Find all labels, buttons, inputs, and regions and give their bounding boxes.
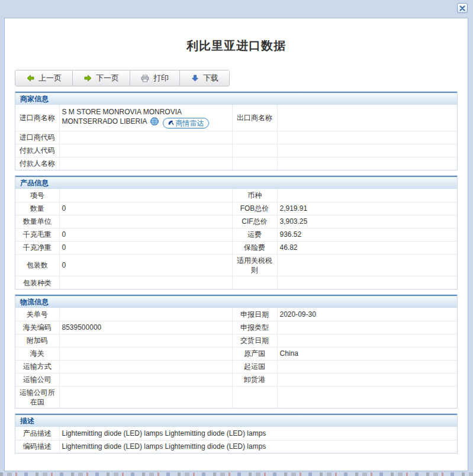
field-label (232, 144, 277, 157)
field-value: 46.82 (277, 241, 457, 254)
field-label: 出口商名称 (232, 105, 277, 131)
business-radar-badge[interactable]: 商情雷达 (163, 118, 209, 128)
background-page-sliver (0, 472, 473, 476)
field-value (277, 105, 457, 131)
field-label: CIF总价 (232, 215, 277, 228)
field-value (277, 144, 457, 157)
table-row: 附加码 交货日期 (15, 334, 457, 347)
field-value (59, 131, 232, 144)
field-label: 运输公司 (15, 373, 59, 386)
table-row: 运输公司所在国 (15, 386, 457, 408)
table-row: 包装种类 (15, 276, 457, 289)
field-label: 海关编码 (15, 321, 59, 334)
field-value (277, 276, 457, 289)
section-description-title: 描述 (15, 414, 457, 427)
field-label: FOB总价 (232, 202, 277, 215)
table-row: 数量单位 CIF总价 3,903.25 (15, 215, 457, 228)
field-label: 产品描述 (15, 427, 59, 440)
field-label: 卸货港 (232, 373, 277, 386)
field-value: 0 (59, 254, 232, 276)
field-label: 付款人名称 (15, 157, 59, 170)
field-label: 运费 (232, 228, 277, 241)
field-label: 申报类型 (232, 321, 277, 334)
field-label (232, 386, 277, 408)
product-table: 项号 币种 数量 0 FOB总价 2,919.91 数量单位 CIF总价 3,9… (15, 189, 457, 289)
field-label (232, 131, 277, 144)
field-value (277, 131, 457, 144)
field-value: 2,919.91 (277, 202, 457, 215)
close-button[interactable] (457, 3, 468, 13)
field-label: 运输方式 (15, 360, 59, 373)
prev-page-label: 上一页 (38, 73, 62, 83)
field-label: 运输公司所在国 (15, 386, 59, 408)
section-description: 描述 产品描述 Lightemitting diode (LED) lamps … (15, 413, 458, 454)
print-button[interactable]: 打印 (130, 70, 180, 86)
field-label: 币种 (232, 189, 277, 202)
field-label: 千克毛重 (15, 228, 59, 241)
table-row: 海关 原产国 China (15, 347, 457, 360)
download-icon (191, 75, 199, 82)
download-button[interactable]: 下载 (180, 70, 229, 86)
business-radar-label: 商情雷达 (176, 118, 204, 128)
table-row: 付款人代码 (15, 144, 457, 157)
field-label (232, 157, 277, 170)
field-value (59, 215, 232, 228)
field-label: 进口商代码 (15, 131, 59, 144)
field-value (59, 189, 232, 202)
field-value (277, 254, 457, 276)
arrow-right-icon (83, 75, 92, 82)
field-label: 申报日期 (232, 308, 277, 321)
merchant-table: 进口商名称 S M STORE MONROVIA MONROVIA MONTSE… (15, 105, 457, 170)
table-row: 千克毛重 0 运费 936.52 (15, 228, 457, 241)
description-table: 产品描述 Lightemitting diode (LED) lamps Lig… (15, 427, 457, 453)
field-value (277, 157, 457, 170)
field-value: Lightemitting diode (LED) lamps Lightemi… (59, 427, 457, 440)
close-icon (459, 3, 465, 14)
field-value: China (277, 347, 457, 360)
table-row: 付款人名称 (15, 157, 457, 170)
field-label: 编码描述 (15, 440, 59, 453)
table-row: 千克净重 0 保险费 46.82 (15, 241, 457, 254)
importer-name-cell: S M STORE MONROVIA MONROVIA MONTSERRADO … (59, 105, 232, 131)
field-value (277, 386, 457, 408)
field-value: 0 (59, 228, 232, 241)
section-merchant-title: 商家信息 (15, 92, 457, 105)
field-label: 起运国 (232, 360, 277, 373)
field-label: 交货日期 (232, 334, 277, 347)
globe-icon[interactable] (150, 117, 159, 128)
field-value (59, 157, 232, 170)
field-value (59, 360, 232, 373)
table-row: 编码描述 Lightemitting diode (LED) lamps Lig… (15, 440, 457, 453)
next-page-button[interactable]: 下一页 (73, 70, 130, 86)
download-label: 下载 (203, 73, 218, 83)
field-label: 附加码 (15, 334, 59, 347)
field-value: 3,903.25 (277, 215, 457, 228)
import-data-dialog: 利比里亚进口数据 上一页 下一页 打印 (4, 18, 468, 471)
field-value: 0 (59, 202, 232, 215)
field-value (59, 276, 232, 289)
field-value: 2020-09-30 (277, 308, 457, 321)
table-row: 运输公司 卸货港 (15, 373, 457, 386)
table-row: 运输方式 起运国 (15, 360, 457, 373)
field-label: 千克净重 (15, 241, 59, 254)
pager-toolbar: 上一页 下一页 打印 下载 (15, 70, 230, 86)
table-row: 产品描述 Lightemitting diode (LED) lamps Lig… (15, 427, 457, 440)
arrow-left-icon (26, 75, 34, 82)
field-label: 保险费 (232, 241, 277, 254)
field-label: 关单号 (15, 308, 59, 321)
field-value (277, 360, 457, 373)
field-value: Lightemitting diode (LED) lamps Lightemi… (59, 440, 457, 453)
table-row: 项号 币种 (15, 189, 457, 202)
field-label: 数量单位 (15, 215, 59, 228)
field-value (59, 144, 232, 157)
table-row: 数量 0 FOB总价 2,919.91 (15, 202, 457, 215)
field-value: 8539500000 (59, 321, 232, 334)
field-value: 0 (59, 241, 232, 254)
field-label (232, 276, 277, 289)
section-merchant-info: 商家信息 进口商名称 S M STORE MONROVIA MONROVIA M… (15, 91, 458, 171)
field-value (59, 347, 232, 360)
logistics-table: 关单号 申报日期 2020-09-30 海关编码 8539500000 申报类型… (15, 308, 457, 408)
field-label: 原产国 (232, 347, 277, 360)
prev-page-button[interactable]: 上一页 (15, 70, 73, 86)
field-label: 包装数 (15, 254, 59, 276)
